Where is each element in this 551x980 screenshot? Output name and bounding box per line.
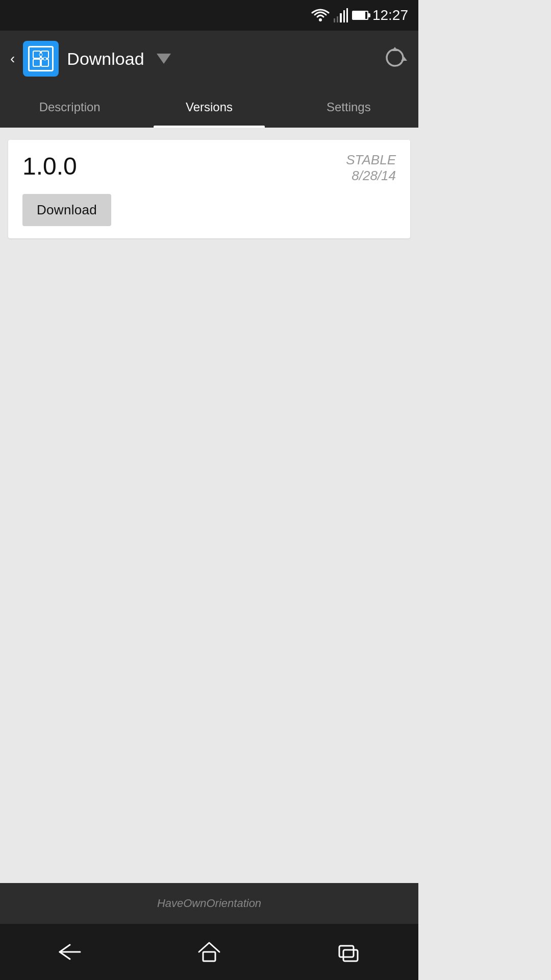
app-bar: ‹ Download: [0, 31, 418, 87]
svg-marker-8: [401, 57, 407, 61]
status-bar: 12:27: [0, 0, 418, 31]
svg-rect-9: [203, 952, 215, 961]
nav-back-icon: [57, 942, 83, 962]
dropdown-arrow-icon: [157, 54, 171, 64]
puzzle-icon: [31, 49, 51, 68]
main-content: 1.0.0 STABLE 8/28/14 Download: [0, 128, 418, 883]
tab-settings[interactable]: Settings: [279, 87, 418, 128]
app-logo: [23, 41, 59, 77]
nav-back-button[interactable]: [49, 937, 90, 967]
version-card: 1.0.0 STABLE 8/28/14 Download: [8, 140, 410, 238]
svg-point-6: [43, 57, 46, 60]
app-bar-left: ‹ Download: [10, 41, 382, 77]
nav-home-icon: [197, 941, 221, 963]
signal-icon: [334, 8, 348, 22]
svg-rect-10: [339, 946, 354, 957]
status-time: 12:27: [372, 7, 408, 23]
nav-home-button[interactable]: [189, 937, 230, 967]
svg-point-0: [319, 18, 322, 21]
tab-bar: Description Versions Settings: [0, 87, 418, 128]
wifi-icon: [311, 8, 330, 22]
version-date: 8/28/14: [346, 168, 396, 184]
nav-recents-button[interactable]: [328, 937, 369, 967]
app-bar-title: Download: [67, 49, 144, 69]
bottom-label: HaveOwnOrientation: [157, 897, 261, 910]
back-nav-icon[interactable]: ‹: [10, 51, 15, 67]
bottom-bar: HaveOwnOrientation: [0, 883, 418, 924]
version-number: 1.0.0: [22, 152, 77, 180]
version-meta: STABLE 8/28/14: [346, 152, 396, 184]
nav-bar: [0, 924, 418, 980]
tab-versions[interactable]: Versions: [139, 87, 279, 128]
status-icons: 12:27: [311, 7, 408, 23]
nav-recents-icon: [336, 941, 361, 963]
version-card-header: 1.0.0 STABLE 8/28/14: [22, 152, 396, 184]
svg-rect-11: [343, 950, 358, 961]
version-stability: STABLE: [346, 152, 396, 168]
tab-description[interactable]: Description: [0, 87, 139, 128]
app-bar-right[interactable]: [382, 45, 408, 72]
svg-point-5: [39, 53, 42, 56]
refresh-icon[interactable]: [382, 45, 408, 72]
download-button[interactable]: Download: [22, 194, 111, 226]
battery-icon: [352, 11, 368, 20]
svg-rect-3: [33, 59, 40, 66]
